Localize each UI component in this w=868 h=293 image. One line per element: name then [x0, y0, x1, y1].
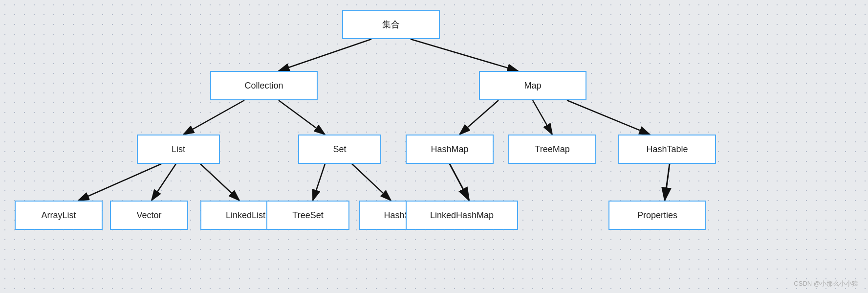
svg-line-4: [279, 100, 325, 135]
svg-line-12: [352, 164, 391, 201]
node-vector: Vector: [110, 201, 188, 230]
svg-line-1: [279, 39, 371, 71]
node-collection-root: 集合: [342, 10, 440, 39]
svg-line-3: [183, 100, 244, 135]
svg-line-10: [200, 164, 239, 201]
node-linkedhashmap: LinkedHashMap: [406, 201, 518, 230]
svg-line-5: [459, 100, 499, 135]
node-hashmap: HashMap: [406, 135, 494, 164]
node-arraylist: ArrayList: [15, 201, 103, 230]
node-treemap: TreeMap: [508, 135, 596, 164]
svg-line-7: [567, 100, 650, 135]
svg-line-13: [450, 164, 469, 201]
node-hashtable: HashTable: [618, 135, 716, 164]
node-collection: Collection: [210, 71, 318, 100]
svg-line-2: [411, 39, 518, 71]
node-map: Map: [479, 71, 586, 100]
svg-line-6: [533, 100, 552, 135]
node-set: Set: [298, 135, 381, 164]
svg-line-9: [152, 164, 176, 201]
svg-line-14: [665, 164, 670, 201]
node-treeset: TreeSet: [266, 201, 349, 230]
watermark: CSDN @小那么小小猿: [794, 279, 858, 288]
node-properties: Properties: [608, 201, 706, 230]
svg-line-8: [78, 164, 161, 201]
node-list: List: [137, 135, 220, 164]
svg-line-11: [313, 164, 325, 201]
